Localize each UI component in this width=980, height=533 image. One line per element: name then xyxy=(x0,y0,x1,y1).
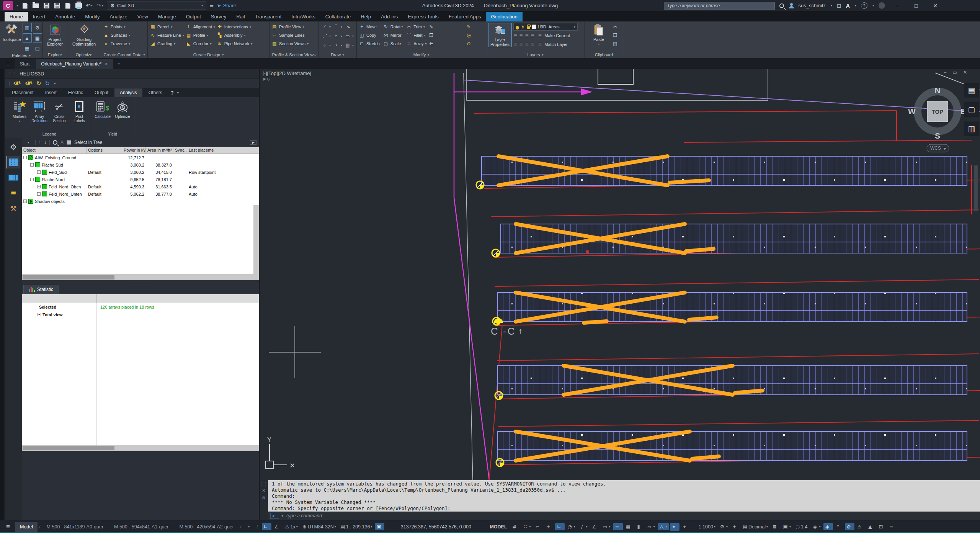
layer-tool-button[interactable]: ≣ xyxy=(513,33,517,38)
maximize-button[interactable]: □ xyxy=(909,3,923,9)
status-toggle[interactable]: ∷▾ xyxy=(521,523,532,530)
viewport-controls[interactable]: [-][Top][2D Wireframe] xyxy=(263,70,311,76)
command-close-icon[interactable]: ✕ xyxy=(262,488,265,493)
expand-toggle[interactable]: + xyxy=(37,170,41,174)
ribbon-tab[interactable]: View xyxy=(132,12,153,21)
viewcube[interactable]: N S W E TOP WCS xyxy=(908,86,966,152)
feedback-icon[interactable] xyxy=(879,2,885,9)
expand-toggle[interactable]: - xyxy=(30,178,34,181)
expand-toggle[interactable]: + xyxy=(37,185,41,188)
new-layout-button[interactable]: + xyxy=(243,522,255,532)
table-view-button[interactable] xyxy=(7,156,20,168)
tree-horizontal-scrollbar[interactable] xyxy=(22,274,259,280)
logo-caret-icon[interactable]: ▾ xyxy=(16,4,18,7)
layer-tool-button[interactable]: ≣ xyxy=(519,42,523,47)
statistic-horizontal-scrollbar[interactable] xyxy=(22,445,259,451)
tab-model[interactable]: Model xyxy=(15,522,38,532)
palette-toolbar-caret-icon[interactable]: ▾ xyxy=(54,82,56,85)
draw-tool-button[interactable]: ◌▾ xyxy=(320,41,332,49)
modify-tool-button[interactable]: ⊙ xyxy=(466,40,472,47)
modify-item[interactable]: ⌒Fillet▾ xyxy=(406,31,426,39)
canvas-scrollbar-thumb[interactable] xyxy=(974,165,978,211)
reload-icon[interactable]: ↻ xyxy=(45,80,50,87)
palette-grid-button[interactable]: ▣ xyxy=(33,33,42,43)
modify-tool-button[interactable]: ◎ xyxy=(466,31,472,39)
ribbon-tab[interactable]: Add-ins xyxy=(376,12,403,21)
status-toggle[interactable]: ▦ xyxy=(624,523,634,530)
tree-header-row[interactable]: Object Options Power in kWp Area in m²/f… xyxy=(22,147,259,154)
status-toggle[interactable]: ▲ xyxy=(866,523,876,530)
help-caret-icon[interactable]: ▾ xyxy=(872,4,874,7)
tree-row[interactable]: +Feld_Nord_Oben Default 4,590.3 31,663.5… xyxy=(22,183,259,190)
command-grip-icon[interactable]: ⋮⋮ xyxy=(260,482,268,486)
ribbon-tab[interactable]: Output xyxy=(181,12,206,21)
palette-grid-button[interactable]: ▦ xyxy=(23,44,32,53)
status-toggle[interactable]: ⚙▾ xyxy=(718,523,729,530)
status-toggle[interactable]: ◈▾ xyxy=(811,523,822,530)
clipboard-tool-button[interactable]: ❐ xyxy=(612,31,618,39)
viewcube-south[interactable]: S xyxy=(935,131,940,140)
modify-tool-button[interactable]: ✎ xyxy=(428,23,434,31)
new-file-button[interactable] xyxy=(21,2,29,10)
tree-row[interactable]: -Fläche Nord 9,652.5 78,181.7 xyxy=(22,176,259,183)
magenta-boundary[interactable] xyxy=(454,73,581,480)
array-row-1[interactable] xyxy=(482,156,967,185)
grading-optimization-button[interactable]: Grading Optimization xyxy=(69,23,99,46)
status-toggle[interactable]: # xyxy=(511,523,520,530)
modify-item[interactable]: +Move xyxy=(359,23,381,31)
ribbon-tab[interactable]: Manage xyxy=(153,12,181,21)
drawing-area[interactable]: C -C ↑ Y ✕ N S W E xyxy=(259,69,980,520)
status-toggle[interactable]: ◌1.4 xyxy=(794,523,810,530)
status-toggle[interactable]: ⊘ xyxy=(845,523,854,530)
share-button[interactable]: ➤Share xyxy=(217,3,237,8)
status-toggle[interactable]: △▾ xyxy=(658,523,669,530)
statistic-row-total[interactable]: +Total view xyxy=(22,311,259,319)
make-current-button[interactable]: ≣Make Current xyxy=(537,32,570,39)
modify-item[interactable]: ↻Rotate xyxy=(383,23,404,31)
tree-view-button[interactable]: ≣ xyxy=(7,187,20,199)
modify-item[interactable]: ⋈Mirror xyxy=(383,31,404,39)
ribbon-tab[interactable]: InfraWorks xyxy=(286,12,320,21)
layer-tool-button[interactable]: ≣ xyxy=(525,33,529,38)
status-toggle[interactable]: ∠ xyxy=(273,523,282,530)
status-toggle[interactable]: ∕▾ xyxy=(578,523,589,530)
toolspace-button[interactable]: Toolspace xyxy=(2,23,21,42)
post-labels-button[interactable]: Post Labels xyxy=(70,100,88,132)
draw-tool-button[interactable]: ○▾ xyxy=(332,32,343,40)
modify-item[interactable]: ∷Array▾ xyxy=(406,40,426,47)
status-toggle[interactable]: ▮ xyxy=(635,523,644,530)
palette-grid-button[interactable]: ▲ xyxy=(23,33,32,43)
modify-item[interactable]: ⊏Stretch xyxy=(359,40,381,47)
viewcube-west[interactable]: W xyxy=(908,107,916,116)
ribbon-tab[interactable]: Help xyxy=(356,12,376,21)
file-tabs-menu-icon[interactable]: ≡ xyxy=(2,59,14,69)
tree-row[interactable]: +Feld_Nord_Unten Default 5,062.2 38,777.… xyxy=(22,190,259,198)
layer-properties-button[interactable]: Layer Properties xyxy=(488,23,512,47)
scrollbar-thumb[interactable] xyxy=(23,446,114,450)
draw-tool-button[interactable]: ◔▾ xyxy=(332,41,343,49)
ribbon-tab[interactable]: Express Tools xyxy=(403,12,444,21)
refresh-icon[interactable]: ↻ xyxy=(36,80,41,87)
a-caret-icon[interactable]: ▾ xyxy=(855,4,856,7)
palette-grip-icon[interactable]: ⋮⋮ xyxy=(8,72,16,76)
col-sync[interactable]: Sync... xyxy=(173,147,187,154)
calculate-button[interactable]: $ Calculate xyxy=(93,100,112,132)
move-up-button[interactable]: ↑ xyxy=(39,140,41,145)
ribbon-tab[interactable]: Home xyxy=(5,12,28,21)
viewcube-top-label[interactable]: TOP xyxy=(932,108,944,115)
modify-tool-button[interactable]: ✎ xyxy=(466,23,472,31)
expand-toggle[interactable]: + xyxy=(37,192,41,196)
ribbon-tab[interactable]: Annotate xyxy=(50,12,80,21)
palette-tab[interactable]: Others xyxy=(143,88,168,97)
move-down-button[interactable]: ↓ xyxy=(44,140,46,145)
status-toggle[interactable]: + xyxy=(544,523,554,530)
palette-title-bar[interactable]: ⋮⋮ HELIOS3D xyxy=(5,69,259,79)
array-definition-button[interactable]: Array Definition xyxy=(30,100,49,132)
viewcube-north[interactable]: N xyxy=(934,86,940,95)
help-search-input[interactable]: Type a keyword or phrase xyxy=(664,2,775,10)
array-row-2[interactable] xyxy=(501,224,967,253)
new-entry-caret-icon[interactable]: ▾ xyxy=(28,141,29,144)
hide-arrays-icon[interactable] xyxy=(13,80,21,87)
ground-data-item[interactable]: ▲Surfaces▾ xyxy=(103,31,130,39)
doc-restore-button[interactable]: ▭ xyxy=(953,70,957,75)
